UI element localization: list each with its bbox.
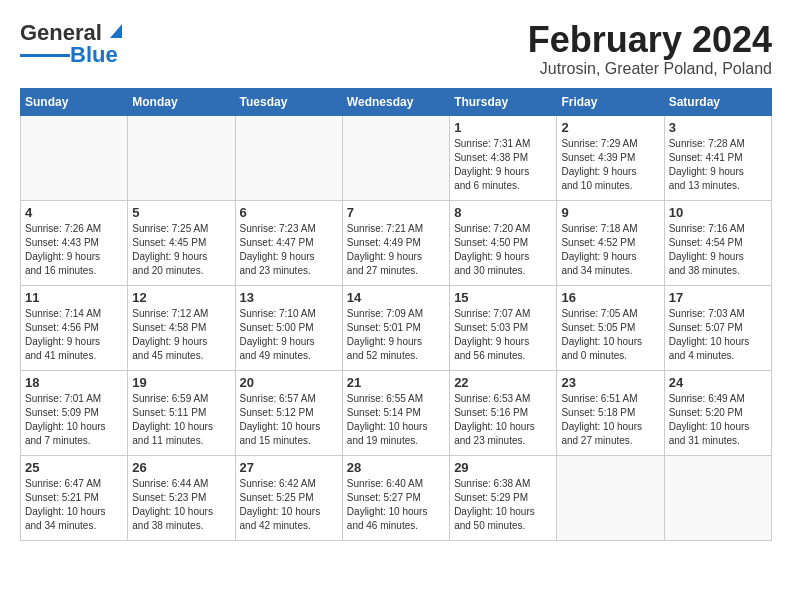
calendar-cell-w0-d6: 3Sunrise: 7:28 AM Sunset: 4:41 PM Daylig… bbox=[664, 115, 771, 200]
day-number: 28 bbox=[347, 460, 445, 475]
day-info: Sunrise: 7:29 AM Sunset: 4:39 PM Dayligh… bbox=[561, 137, 659, 193]
day-number: 14 bbox=[347, 290, 445, 305]
calendar-week-0: 1Sunrise: 7:31 AM Sunset: 4:38 PM Daylig… bbox=[21, 115, 772, 200]
calendar-cell-w2-d4: 15Sunrise: 7:07 AM Sunset: 5:03 PM Dayli… bbox=[450, 285, 557, 370]
day-info: Sunrise: 7:07 AM Sunset: 5:03 PM Dayligh… bbox=[454, 307, 552, 363]
day-number: 19 bbox=[132, 375, 230, 390]
day-number: 15 bbox=[454, 290, 552, 305]
calendar-body: 1Sunrise: 7:31 AM Sunset: 4:38 PM Daylig… bbox=[21, 115, 772, 540]
header-friday: Friday bbox=[557, 88, 664, 115]
calendar-cell-w4-d3: 28Sunrise: 6:40 AM Sunset: 5:27 PM Dayli… bbox=[342, 455, 449, 540]
calendar-cell-w0-d5: 2Sunrise: 7:29 AM Sunset: 4:39 PM Daylig… bbox=[557, 115, 664, 200]
calendar-week-3: 18Sunrise: 7:01 AM Sunset: 5:09 PM Dayli… bbox=[21, 370, 772, 455]
day-number: 7 bbox=[347, 205, 445, 220]
day-number: 29 bbox=[454, 460, 552, 475]
calendar-cell-w4-d5 bbox=[557, 455, 664, 540]
calendar-cell-w4-d2: 27Sunrise: 6:42 AM Sunset: 5:25 PM Dayli… bbox=[235, 455, 342, 540]
calendar-cell-w2-d0: 11Sunrise: 7:14 AM Sunset: 4:56 PM Dayli… bbox=[21, 285, 128, 370]
calendar-cell-w1-d3: 7Sunrise: 7:21 AM Sunset: 4:49 PM Daylig… bbox=[342, 200, 449, 285]
title-area: February 2024 Jutrosin, Greater Poland, … bbox=[528, 20, 772, 78]
day-info: Sunrise: 7:23 AM Sunset: 4:47 PM Dayligh… bbox=[240, 222, 338, 278]
calendar-cell-w4-d1: 26Sunrise: 6:44 AM Sunset: 5:23 PM Dayli… bbox=[128, 455, 235, 540]
day-number: 2 bbox=[561, 120, 659, 135]
day-info: Sunrise: 7:18 AM Sunset: 4:52 PM Dayligh… bbox=[561, 222, 659, 278]
calendar-cell-w2-d2: 13Sunrise: 7:10 AM Sunset: 5:00 PM Dayli… bbox=[235, 285, 342, 370]
calendar-cell-w3-d1: 19Sunrise: 6:59 AM Sunset: 5:11 PM Dayli… bbox=[128, 370, 235, 455]
day-number: 11 bbox=[25, 290, 123, 305]
day-number: 3 bbox=[669, 120, 767, 135]
header-thursday: Thursday bbox=[450, 88, 557, 115]
calendar-cell-w1-d2: 6Sunrise: 7:23 AM Sunset: 4:47 PM Daylig… bbox=[235, 200, 342, 285]
svg-marker-0 bbox=[110, 24, 122, 38]
calendar-cell-w4-d6 bbox=[664, 455, 771, 540]
calendar-cell-w1-d5: 9Sunrise: 7:18 AM Sunset: 4:52 PM Daylig… bbox=[557, 200, 664, 285]
day-number: 26 bbox=[132, 460, 230, 475]
calendar-cell-w0-d2 bbox=[235, 115, 342, 200]
day-number: 20 bbox=[240, 375, 338, 390]
day-info: Sunrise: 6:59 AM Sunset: 5:11 PM Dayligh… bbox=[132, 392, 230, 448]
calendar-cell-w3-d3: 21Sunrise: 6:55 AM Sunset: 5:14 PM Dayli… bbox=[342, 370, 449, 455]
calendar-header: Sunday Monday Tuesday Wednesday Thursday… bbox=[21, 88, 772, 115]
day-info: Sunrise: 7:20 AM Sunset: 4:50 PM Dayligh… bbox=[454, 222, 552, 278]
calendar-cell-w0-d0 bbox=[21, 115, 128, 200]
day-number: 24 bbox=[669, 375, 767, 390]
day-number: 8 bbox=[454, 205, 552, 220]
calendar-cell-w3-d4: 22Sunrise: 6:53 AM Sunset: 5:16 PM Dayli… bbox=[450, 370, 557, 455]
header-sunday: Sunday bbox=[21, 88, 128, 115]
day-info: Sunrise: 7:10 AM Sunset: 5:00 PM Dayligh… bbox=[240, 307, 338, 363]
calendar-cell-w1-d4: 8Sunrise: 7:20 AM Sunset: 4:50 PM Daylig… bbox=[450, 200, 557, 285]
day-number: 1 bbox=[454, 120, 552, 135]
location-title: Jutrosin, Greater Poland, Poland bbox=[528, 60, 772, 78]
day-number: 16 bbox=[561, 290, 659, 305]
day-info: Sunrise: 7:25 AM Sunset: 4:45 PM Dayligh… bbox=[132, 222, 230, 278]
header-tuesday: Tuesday bbox=[235, 88, 342, 115]
calendar-week-1: 4Sunrise: 7:26 AM Sunset: 4:43 PM Daylig… bbox=[21, 200, 772, 285]
day-info: Sunrise: 7:01 AM Sunset: 5:09 PM Dayligh… bbox=[25, 392, 123, 448]
day-info: Sunrise: 6:40 AM Sunset: 5:27 PM Dayligh… bbox=[347, 477, 445, 533]
calendar-cell-w3-d6: 24Sunrise: 6:49 AM Sunset: 5:20 PM Dayli… bbox=[664, 370, 771, 455]
day-info: Sunrise: 7:16 AM Sunset: 4:54 PM Dayligh… bbox=[669, 222, 767, 278]
day-info: Sunrise: 7:26 AM Sunset: 4:43 PM Dayligh… bbox=[25, 222, 123, 278]
day-number: 27 bbox=[240, 460, 338, 475]
calendar-cell-w1-d0: 4Sunrise: 7:26 AM Sunset: 4:43 PM Daylig… bbox=[21, 200, 128, 285]
day-number: 18 bbox=[25, 375, 123, 390]
day-number: 13 bbox=[240, 290, 338, 305]
day-info: Sunrise: 7:09 AM Sunset: 5:01 PM Dayligh… bbox=[347, 307, 445, 363]
header: General Blue February 2024 Jutrosin, Gre… bbox=[20, 20, 772, 78]
day-info: Sunrise: 6:51 AM Sunset: 5:18 PM Dayligh… bbox=[561, 392, 659, 448]
day-number: 10 bbox=[669, 205, 767, 220]
header-row: Sunday Monday Tuesday Wednesday Thursday… bbox=[21, 88, 772, 115]
day-info: Sunrise: 6:57 AM Sunset: 5:12 PM Dayligh… bbox=[240, 392, 338, 448]
day-info: Sunrise: 7:28 AM Sunset: 4:41 PM Dayligh… bbox=[669, 137, 767, 193]
day-number: 12 bbox=[132, 290, 230, 305]
logo-icon bbox=[104, 20, 126, 42]
day-info: Sunrise: 7:12 AM Sunset: 4:58 PM Dayligh… bbox=[132, 307, 230, 363]
day-number: 25 bbox=[25, 460, 123, 475]
day-number: 4 bbox=[25, 205, 123, 220]
day-info: Sunrise: 7:21 AM Sunset: 4:49 PM Dayligh… bbox=[347, 222, 445, 278]
day-info: Sunrise: 6:44 AM Sunset: 5:23 PM Dayligh… bbox=[132, 477, 230, 533]
header-saturday: Saturday bbox=[664, 88, 771, 115]
header-wednesday: Wednesday bbox=[342, 88, 449, 115]
day-info: Sunrise: 7:05 AM Sunset: 5:05 PM Dayligh… bbox=[561, 307, 659, 363]
day-info: Sunrise: 6:38 AM Sunset: 5:29 PM Dayligh… bbox=[454, 477, 552, 533]
calendar-cell-w3-d5: 23Sunrise: 6:51 AM Sunset: 5:18 PM Dayli… bbox=[557, 370, 664, 455]
day-info: Sunrise: 6:55 AM Sunset: 5:14 PM Dayligh… bbox=[347, 392, 445, 448]
day-info: Sunrise: 7:31 AM Sunset: 4:38 PM Dayligh… bbox=[454, 137, 552, 193]
logo: General Blue bbox=[20, 20, 126, 68]
calendar-cell-w4-d0: 25Sunrise: 6:47 AM Sunset: 5:21 PM Dayli… bbox=[21, 455, 128, 540]
calendar-cell-w0-d4: 1Sunrise: 7:31 AM Sunset: 4:38 PM Daylig… bbox=[450, 115, 557, 200]
day-number: 22 bbox=[454, 375, 552, 390]
calendar-cell-w1-d1: 5Sunrise: 7:25 AM Sunset: 4:45 PM Daylig… bbox=[128, 200, 235, 285]
day-info: Sunrise: 6:42 AM Sunset: 5:25 PM Dayligh… bbox=[240, 477, 338, 533]
logo-underline bbox=[20, 54, 70, 57]
calendar-cell-w2-d3: 14Sunrise: 7:09 AM Sunset: 5:01 PM Dayli… bbox=[342, 285, 449, 370]
day-number: 9 bbox=[561, 205, 659, 220]
day-number: 21 bbox=[347, 375, 445, 390]
calendar-cell-w1-d6: 10Sunrise: 7:16 AM Sunset: 4:54 PM Dayli… bbox=[664, 200, 771, 285]
header-monday: Monday bbox=[128, 88, 235, 115]
logo-text-blue: Blue bbox=[70, 42, 118, 68]
calendar-cell-w0-d3 bbox=[342, 115, 449, 200]
calendar-cell-w2-d1: 12Sunrise: 7:12 AM Sunset: 4:58 PM Dayli… bbox=[128, 285, 235, 370]
day-info: Sunrise: 7:03 AM Sunset: 5:07 PM Dayligh… bbox=[669, 307, 767, 363]
